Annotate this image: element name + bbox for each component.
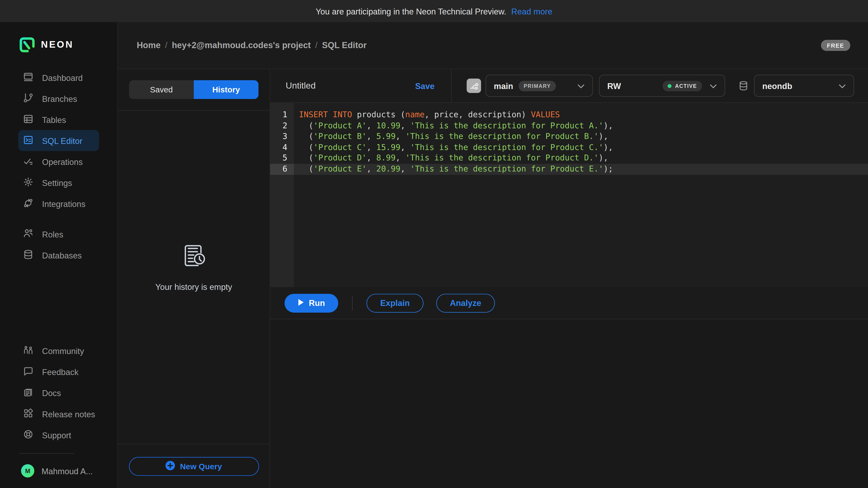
- breadcrumb-current-page: SQL Editor: [322, 40, 367, 51]
- feedback-icon: [23, 365, 34, 378]
- roles-icon: [23, 228, 34, 240]
- code-line[interactable]: 5 ('Product D', 8.99, 'This is the descr…: [270, 153, 868, 164]
- sidebar-item-dashboard[interactable]: Dashboard: [0, 67, 112, 88]
- active-badge: ACTIVE: [663, 80, 702, 91]
- code-line[interactable]: 3 ('Product B', 5.99, 'This is the descr…: [270, 131, 868, 142]
- sql-editor-panel: Untitled Save: [270, 69, 868, 488]
- banner-text: You are participating in the Neon Techni…: [315, 6, 506, 16]
- sidebar-item-branches[interactable]: Branches: [0, 88, 112, 109]
- avatar: M: [21, 464, 34, 478]
- sidebar-item-operations[interactable]: Operations: [0, 151, 112, 172]
- database-select[interactable]: neondb: [754, 75, 854, 97]
- database-select-value: neondb: [762, 81, 792, 91]
- sidebar-item-release-notes[interactable]: Release notes: [0, 403, 112, 424]
- new-query-button[interactable]: New Query: [129, 457, 259, 476]
- sidebar-spacer: [0, 266, 117, 340]
- chevron-down-icon: [577, 81, 585, 91]
- history-panel-footer: New Query: [118, 445, 270, 488]
- results-area: [270, 319, 868, 488]
- logo-wordmark: NEON: [41, 39, 74, 51]
- breadcrumb-project[interactable]: hey+2@mahmoud.codes's project: [172, 40, 311, 51]
- sidebar-item-tables[interactable]: Tables: [0, 109, 112, 130]
- code-line-text: ('Product A', 10.99, 'This is the descri…: [294, 121, 868, 131]
- code-line-text: INSERT INTO products (name, price, descr…: [294, 109, 868, 121]
- code-line-text: ('Product C', 15.99, 'This is the descri…: [294, 142, 868, 153]
- page-header: Home / hey+2@mahmoud.codes's project / S…: [118, 22, 868, 69]
- community-icon: [23, 344, 34, 357]
- operations-icon: [23, 155, 34, 168]
- line-number: 1: [270, 109, 294, 121]
- status-dot: [668, 84, 672, 88]
- explain-button[interactable]: Explain: [366, 293, 423, 312]
- history-empty-state: Your history is empty: [155, 241, 232, 291]
- sidebar-item-sql-editor[interactable]: SQL Editor: [18, 130, 99, 151]
- sidebar-item-feedback[interactable]: Feedback: [0, 361, 112, 382]
- sidebar-item-databases[interactable]: Databases: [0, 245, 112, 265]
- code-line[interactable]: 4 ('Product C', 15.99, 'This is the desc…: [270, 142, 868, 153]
- line-number: 5: [270, 153, 294, 164]
- code-line-text: ('Product E', 20.99, 'This is the descri…: [294, 164, 868, 175]
- history-empty-icon: [179, 241, 208, 272]
- sidebar-item-settings[interactable]: Settings: [0, 172, 112, 193]
- integrations-icon: [23, 197, 34, 210]
- code-editor[interactable]: 1INSERT INTO products (name, price, desc…: [270, 103, 868, 287]
- neon-console: You are participating in the Neon Techni…: [0, 0, 868, 488]
- branch-select[interactable]: main PRIMARY: [486, 75, 593, 97]
- user-menu[interactable]: M Mahmoud A...: [0, 454, 117, 488]
- query-title[interactable]: Untitled: [286, 81, 316, 91]
- analyze-button[interactable]: Analyze: [436, 293, 495, 312]
- sidebar-item-roles[interactable]: Roles: [0, 223, 112, 245]
- sidebar-item-community[interactable]: Community: [0, 340, 112, 361]
- code-line[interactable]: 1INSERT INTO products (name, price, desc…: [270, 109, 868, 121]
- code-line-text: ('Product B', 5.99, 'This is the descrip…: [294, 131, 868, 142]
- tables-icon: [23, 113, 34, 126]
- primary-badge: PRIMARY: [519, 80, 556, 91]
- footer-nav: Community Feedback Docs Release notes Su…: [0, 340, 117, 445]
- read-more-link[interactable]: Read more: [511, 6, 553, 16]
- line-number: 4: [270, 142, 294, 153]
- breadcrumb-home[interactable]: Home: [137, 40, 160, 51]
- run-button[interactable]: Run: [285, 293, 338, 312]
- save-button[interactable]: Save: [415, 81, 435, 91]
- chevron-down-icon: [710, 81, 717, 91]
- database-icon: [738, 80, 749, 91]
- dashboard-icon: [23, 71, 34, 84]
- support-icon: [23, 429, 34, 441]
- history-tabs: Saved History: [129, 80, 258, 99]
- queries-panel: Saved History: [118, 69, 270, 488]
- sidebar: NEON Dashboard Branches Tables SQL Edi: [0, 22, 118, 488]
- tab-history[interactable]: History: [194, 80, 258, 99]
- sidebar-item-support[interactable]: Support: [0, 424, 112, 445]
- history-empty-text: Your history is empty: [155, 282, 232, 291]
- neon-logo-icon: [20, 37, 35, 53]
- secondary-nav: Roles Databases: [0, 223, 117, 265]
- plus-circle-icon: [166, 461, 175, 472]
- sidebar-item-integrations[interactable]: Integrations: [0, 193, 112, 214]
- primary-nav: Dashboard Branches Tables SQL Editor Ope…: [0, 67, 117, 214]
- branch-chip-button[interactable]: [467, 78, 481, 93]
- settings-icon: [23, 176, 34, 189]
- release-notes-icon: [23, 408, 34, 420]
- databases-icon: [23, 249, 34, 261]
- branches-icon: [23, 92, 34, 105]
- branch-icon: [469, 81, 479, 91]
- editor-header: Untitled Save: [270, 69, 868, 103]
- code-line[interactable]: 6 ('Product E', 20.99, 'This is the desc…: [270, 164, 868, 175]
- neon-logo[interactable]: NEON: [0, 22, 117, 53]
- line-number: 2: [270, 121, 294, 131]
- line-number: 3: [270, 131, 294, 142]
- breadcrumb-separator: /: [165, 40, 167, 51]
- tab-saved[interactable]: Saved: [129, 80, 194, 99]
- docs-icon: [23, 387, 34, 399]
- plan-badge: FREE: [821, 40, 850, 51]
- breadcrumb-separator: /: [315, 40, 318, 51]
- breadcrumb: Home / hey+2@mahmoud.codes's project / S…: [137, 40, 367, 51]
- code-line[interactable]: 2 ('Product A', 10.99, 'This is the desc…: [270, 121, 868, 131]
- user-name: Mahmoud A...: [41, 466, 93, 476]
- editor-actions: Run Explain Analyze: [270, 287, 868, 319]
- play-icon: [298, 298, 304, 308]
- sidebar-item-docs[interactable]: Docs: [0, 382, 112, 403]
- compute-select[interactable]: RW ACTIVE: [599, 75, 725, 97]
- code-line-text: ('Product D', 8.99, 'This is the descrip…: [294, 153, 868, 164]
- technical-preview-banner: You are participating in the Neon Techni…: [0, 0, 868, 22]
